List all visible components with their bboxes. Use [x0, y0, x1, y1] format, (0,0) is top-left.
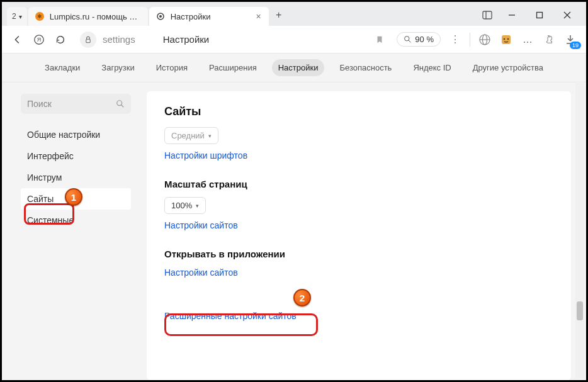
sidebar-item-tools[interactable]: Инструм [21, 167, 131, 188]
svg-rect-12 [86, 39, 90, 43]
font-size-value: Средний [171, 131, 205, 140]
sidebar-search[interactable]: Поиск [21, 94, 131, 114]
site-settings-link-1[interactable]: Настройки сайтов [164, 220, 238, 230]
svg-point-21 [117, 101, 122, 106]
gear-icon [155, 11, 166, 21]
settings-top-nav: Закладки Загрузки История Расширения Нас… [2, 53, 586, 82]
page-scale-select[interactable]: 100% ▾ [164, 197, 206, 214]
svg-line-22 [122, 105, 124, 108]
scale-heading: Масштаб страниц [164, 179, 553, 189]
favicon-lumpics: ✱ [35, 11, 45, 21]
bookmark-icon[interactable] [375, 35, 384, 44]
svg-rect-4 [483, 11, 492, 19]
yandex-logo-icon[interactable]: Я [32, 33, 46, 47]
back-button[interactable] [11, 33, 25, 47]
sidebar-search-placeholder: Поиск [27, 99, 112, 109]
tab-group-count: 2 [12, 12, 16, 21]
new-tab-button[interactable]: + [270, 6, 288, 24]
protect-icon[interactable] [499, 33, 513, 47]
svg-rect-18 [502, 35, 511, 44]
window-controls [477, 4, 581, 26]
settings-sidebar: Поиск Общие настройки Интерфейс Инструм … [2, 82, 128, 380]
minimize-button[interactable] [498, 4, 526, 26]
nav-yandex-id[interactable]: Яндекс ID [407, 59, 457, 76]
scrollbar-track[interactable] [575, 81, 584, 378]
callout-marker-2: 2 [293, 289, 311, 306]
omnibox-title: Настройки [163, 34, 210, 45]
callout-marker-1: 1 [65, 188, 82, 206]
svg-line-14 [409, 40, 410, 42]
browser-tab-lumpics[interactable]: ✱ Lumpics.ru - помощь с ком [28, 7, 148, 26]
settings-main-panel: Сайты Средний ▾ Настройки шрифтов Масшта… [147, 91, 571, 380]
svg-point-13 [405, 37, 409, 41]
svg-text:✱: ✱ [37, 13, 42, 20]
close-tab-icon[interactable]: × [255, 13, 263, 20]
tab-title: Настройки [171, 12, 250, 21]
maximize-button[interactable] [526, 4, 553, 26]
sidebar-item-interface[interactable]: Интерфейс [21, 145, 131, 167]
sidebar-item-system[interactable]: Системные [21, 210, 131, 231]
reload-button[interactable] [54, 33, 67, 47]
sidebar-item-general[interactable]: Общие настройки [21, 124, 131, 145]
font-settings-link[interactable]: Настройки шрифтов [164, 150, 247, 160]
more-icon[interactable]: … [521, 33, 534, 47]
scrollbar-thumb[interactable] [577, 301, 583, 320]
svg-rect-7 [537, 13, 543, 18]
svg-point-3 [159, 15, 162, 18]
zoom-value: 90 % [415, 35, 434, 44]
advanced-site-settings-link[interactable]: Расширенные настройки сайтов [164, 311, 297, 321]
extensions-icon[interactable] [542, 33, 556, 47]
omnibox[interactable]: settings Настройки [75, 30, 389, 50]
svg-text:Я: Я [37, 37, 42, 43]
open-in-app-heading: Открывать в приложении [164, 249, 553, 259]
chevron-down-icon: ▾ [19, 13, 22, 20]
panel-heading: Сайты [164, 105, 553, 118]
content-area: Поиск Общие настройки Интерфейс Инструм … [2, 82, 586, 380]
address-bar: Я settings Настройки 90 % ⋮ … 19 [2, 26, 586, 53]
translate-icon[interactable] [478, 33, 492, 47]
scale-value: 100% [171, 201, 192, 210]
nav-history[interactable]: История [150, 59, 194, 76]
sidebar-toggle-icon[interactable] [477, 4, 498, 26]
chevron-down-icon: ▾ [208, 133, 212, 139]
site-identity-icon[interactable] [80, 31, 96, 48]
tab-title: Lumpics.ru - помощь с ком [50, 12, 142, 21]
nav-other-devices[interactable]: Другие устройства [466, 59, 550, 76]
font-size-select[interactable]: Средний ▾ [164, 127, 218, 144]
downloads-icon[interactable]: 19 [563, 33, 577, 47]
menu-vertical-icon[interactable]: ⋮ [448, 33, 462, 47]
omnibox-url: settings [103, 34, 135, 45]
nav-settings[interactable]: Настройки [272, 59, 325, 76]
close-window-button[interactable] [553, 4, 581, 26]
nav-security[interactable]: Безопасность [333, 59, 398, 76]
nav-extensions[interactable]: Расширения [203, 59, 263, 76]
search-icon [116, 99, 125, 108]
tab-group-indicator[interactable]: 2 ▾ [7, 7, 27, 26]
download-count-badge: 19 [570, 42, 581, 49]
nav-downloads[interactable]: Загрузки [95, 59, 140, 76]
zoom-indicator[interactable]: 90 % [397, 32, 441, 47]
svg-point-20 [507, 38, 509, 40]
separator [470, 33, 470, 47]
svg-point-19 [504, 38, 506, 40]
browser-tab-settings[interactable]: Настройки × [149, 7, 269, 26]
site-settings-link-2[interactable]: Настройки сайтов [164, 267, 238, 278]
nav-bookmarks[interactable]: Закладки [38, 59, 86, 76]
tab-strip: 2 ▾ ✱ Lumpics.ru - помощь с ком Настройк… [2, 2, 586, 26]
chevron-down-icon: ▾ [196, 203, 199, 209]
